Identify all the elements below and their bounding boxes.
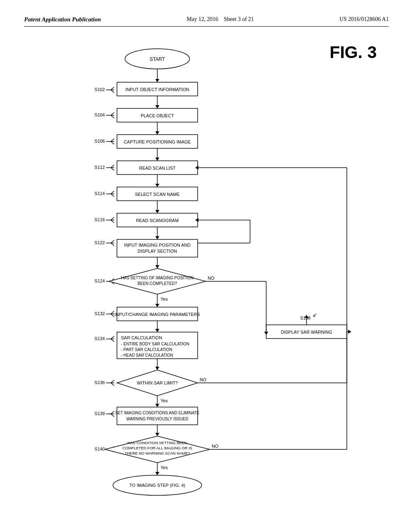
flowchart-area: FIG. 3 START S102 INPUT OBJECT INFORMATI…	[24, 39, 389, 504]
svg-marker-63	[348, 330, 351, 334]
svg-marker-42	[155, 367, 159, 370]
publication-date: May 12, 2016	[187, 16, 218, 22]
label-s122: S122	[94, 240, 105, 245]
step-s124-line2: BEEN COMPLETED?	[138, 281, 177, 286]
step-s106-text: CAPTURE POSITIONING IMAGE	[124, 139, 191, 144]
svg-marker-26	[155, 236, 159, 239]
step-s132-text: INPUT/CHANGE IMAGING PARAMETERS	[115, 312, 200, 317]
label-s114: S114	[94, 191, 105, 196]
label-s112: S112	[94, 165, 105, 170]
svg-marker-34	[155, 304, 159, 307]
sheet-info: Sheet 3 of 21	[224, 16, 254, 22]
step-s140-line1: HAS CONDITION SETTING BEEN	[127, 441, 187, 445]
page: Patent Application Publication May 12, 2…	[0, 0, 413, 532]
step-s124-line1: HAS SETTING OF IMAGING POSITION	[121, 276, 194, 280]
step-s102-text: INPUT OBJECT INFORMATION	[125, 87, 189, 92]
s140-yes-label: Yes	[161, 465, 168, 470]
label-s139: S139	[94, 411, 105, 416]
s124-no-label: NO	[208, 276, 215, 281]
step-s134-line3: - PART SAR CALCULATION	[121, 347, 172, 352]
svg-rect-48	[117, 407, 198, 425]
step-s134-line4: - HEAD SAR CALCULATION	[121, 353, 173, 357]
step-s116-text: READ SCANOGRAM	[136, 218, 179, 223]
label-s132: S132	[94, 311, 105, 316]
svg-marker-22	[155, 210, 159, 213]
step-s114-text: SELECT SCAN NAME	[135, 192, 179, 197]
label-s134: S134	[94, 336, 105, 341]
step-s139-line1: SET IMAGING CONDITIONS AND ELIMINATE	[115, 411, 199, 415]
step-s136-text: WITHIN SAR LIMIT?	[137, 380, 178, 385]
label-s102: S102	[94, 87, 105, 92]
label-s136: S136	[94, 380, 105, 385]
svg-marker-30	[155, 265, 159, 268]
svg-marker-10	[155, 131, 159, 135]
page-header: Patent Application Publication May 12, 2…	[24, 16, 389, 27]
label-s140: S140	[94, 447, 105, 451]
label-s106: S106	[94, 139, 105, 143]
svg-marker-54	[155, 472, 159, 475]
step-s122-line1: INPUT IMAGING POSITION AND	[124, 243, 191, 247]
step-s140-line2: COMPLETED FOR ALL IMAGING OR IS	[123, 446, 192, 450]
publication-label: Patent Application Publication	[24, 16, 101, 23]
svg-marker-46	[155, 404, 159, 407]
svg-marker-6	[155, 105, 159, 108]
fig-label: FIG. 3	[330, 43, 377, 62]
svg-rect-28	[117, 239, 198, 257]
step-s139-line2: WARNING PREVIOUSLY ISSUED	[126, 417, 188, 421]
svg-marker-14	[155, 158, 159, 161]
svg-marker-50	[155, 433, 159, 436]
s138-curve: ↙	[313, 312, 317, 318]
patent-number: US 2016/0128606 A1	[340, 16, 389, 23]
label-s124: S124	[94, 278, 105, 283]
s124-yes-label: Yes	[161, 297, 168, 301]
step-s112-text: READ SCAN LIST	[139, 166, 176, 170]
svg-marker-2	[155, 79, 159, 82]
svg-marker-38	[155, 329, 159, 332]
step-s134-line1: SAR CALCULATION	[121, 335, 162, 340]
start-label: START	[150, 56, 165, 62]
flowchart-svg: START S102 INPUT OBJECT INFORMATION S104…	[24, 39, 387, 502]
label-s104: S104	[94, 112, 105, 117]
svg-marker-18	[155, 184, 159, 187]
step-s104-text: PLACE OBJECT	[141, 113, 174, 118]
s136-yes-label: Yes	[161, 398, 168, 403]
label-s116: S116	[94, 217, 105, 222]
step-s122-line2: DISPLAY SECTION	[138, 249, 177, 254]
s136-no-label: NO	[200, 377, 206, 382]
header-center: May 12, 2016 Sheet 3 of 21	[187, 16, 254, 23]
step-s134-line2: - ENTIRE BODY SAR CALCULATION	[121, 342, 189, 346]
step-s140-line3: THERE NO WARNING SCAN NAME?	[125, 451, 190, 455]
step-s138-text: DISPLAY SAR WARNING	[281, 330, 332, 335]
end-label: TO IMAGING STEP (FIG. 4)	[129, 483, 185, 488]
s140-no-label: NO	[212, 444, 219, 449]
